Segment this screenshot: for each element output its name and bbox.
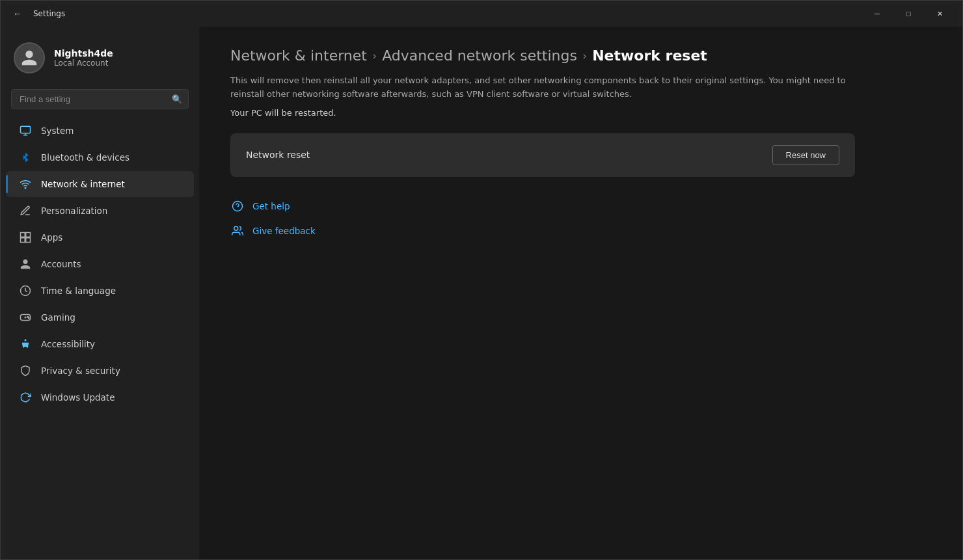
sidebar-item-update[interactable]: Windows Update: [6, 384, 194, 410]
svg-point-15: [234, 226, 238, 230]
sidebar-item-personalization-label: Personalization: [41, 206, 107, 216]
back-button[interactable]: ←: [8, 5, 27, 23]
breadcrumb-sep-2: ›: [582, 49, 587, 62]
avatar: [14, 42, 45, 73]
breadcrumb-current: Network reset: [592, 47, 707, 64]
sidebar-item-personalization[interactable]: Personalization: [6, 198, 194, 224]
sidebar-item-network[interactable]: Network & internet: [6, 171, 194, 197]
restart-note: Your PC will be restarted.: [230, 108, 931, 118]
sidebar-item-update-label: Windows Update: [41, 392, 115, 403]
maximize-button[interactable]: □: [893, 3, 923, 24]
search-input[interactable]: [11, 89, 189, 109]
sidebar-item-bluetooth[interactable]: Bluetooth & devices: [6, 144, 194, 170]
svg-point-12: [25, 340, 27, 341]
links-section: Get help Give feedback: [230, 195, 931, 242]
sidebar-item-privacy-label: Privacy & security: [41, 366, 120, 376]
svg-point-1: [25, 187, 26, 189]
network-reset-card: Network reset Reset now: [230, 133, 855, 177]
sidebar-item-apps[interactable]: Apps: [6, 224, 194, 250]
minimize-button[interactable]: ─: [862, 3, 892, 24]
give-feedback-link[interactable]: Give feedback: [230, 220, 316, 242]
close-button[interactable]: ✕: [925, 3, 955, 24]
personalization-icon: [19, 204, 32, 217]
accessibility-icon: [19, 338, 32, 351]
sidebar-item-apps-label: Apps: [41, 232, 62, 243]
breadcrumb-advanced[interactable]: Advanced network settings: [382, 47, 577, 64]
bluetooth-icon: [19, 151, 32, 164]
sidebar: Nightsh4de Local Account 🔍 System: [1, 27, 199, 559]
sidebar-item-system[interactable]: System: [6, 118, 194, 144]
page-description: This will remove then reinstall all your…: [230, 74, 855, 101]
breadcrumb-network[interactable]: Network & internet: [230, 47, 367, 64]
system-icon: [19, 124, 32, 137]
sidebar-nav: System Bluetooth & devices Network & int…: [1, 117, 199, 411]
title-bar-left: ← Settings: [8, 5, 862, 23]
window-controls: ─ □ ✕: [862, 3, 955, 24]
search-icon: 🔍: [172, 94, 182, 104]
give-feedback-label: Give feedback: [252, 226, 316, 236]
sidebar-item-system-label: System: [41, 126, 74, 136]
reset-card-label: Network reset: [246, 150, 310, 160]
sidebar-item-network-label: Network & internet: [41, 179, 125, 189]
settings-window: ← Settings ─ □ ✕ Nightsh4de Local Accoun…: [0, 0, 963, 560]
accounts-icon: [19, 258, 32, 271]
sidebar-item-accounts-label: Accounts: [41, 259, 81, 269]
svg-rect-5: [26, 238, 31, 243]
sidebar-item-time[interactable]: Time & language: [6, 278, 194, 304]
network-icon: [19, 178, 32, 191]
user-info: Nightsh4de Local Account: [54, 48, 113, 68]
sidebar-item-gaming-label: Gaming: [41, 312, 75, 323]
time-icon: [19, 284, 32, 297]
sidebar-item-accessibility-label: Accessibility: [41, 339, 95, 349]
svg-rect-4: [21, 238, 25, 243]
user-section: Nightsh4de Local Account: [1, 32, 199, 87]
user-name: Nightsh4de: [54, 48, 113, 59]
svg-rect-2: [21, 233, 25, 237]
svg-rect-3: [26, 233, 31, 237]
apps-icon: [19, 231, 32, 244]
breadcrumb: Network & internet › Advanced network se…: [230, 47, 931, 64]
sidebar-item-bluetooth-label: Bluetooth & devices: [41, 152, 129, 163]
user-avatar-icon: [20, 49, 38, 67]
sidebar-item-time-label: Time & language: [41, 286, 116, 296]
search-box: 🔍: [11, 89, 189, 109]
svg-point-11: [29, 317, 30, 319]
content-area: Nightsh4de Local Account 🔍 System: [1, 27, 962, 559]
breadcrumb-sep-1: ›: [372, 49, 377, 62]
get-help-link[interactable]: Get help: [230, 195, 290, 217]
main-content: Network & internet › Advanced network se…: [199, 27, 962, 559]
privacy-icon: [19, 364, 32, 377]
title-bar-title: Settings: [33, 9, 65, 18]
give-feedback-icon: [230, 224, 245, 238]
user-account-type: Local Account: [54, 59, 113, 68]
get-help-label: Get help: [252, 201, 290, 211]
sidebar-item-privacy[interactable]: Privacy & security: [6, 358, 194, 384]
sidebar-item-accounts[interactable]: Accounts: [6, 251, 194, 277]
sidebar-item-gaming[interactable]: Gaming: [6, 304, 194, 330]
get-help-icon: [230, 199, 245, 213]
gaming-icon: [19, 311, 32, 324]
update-icon: [19, 391, 32, 404]
svg-rect-0: [21, 126, 31, 133]
title-bar: ← Settings ─ □ ✕: [1, 1, 962, 27]
reset-now-button[interactable]: Reset now: [772, 145, 839, 165]
sidebar-item-accessibility[interactable]: Accessibility: [6, 331, 194, 357]
